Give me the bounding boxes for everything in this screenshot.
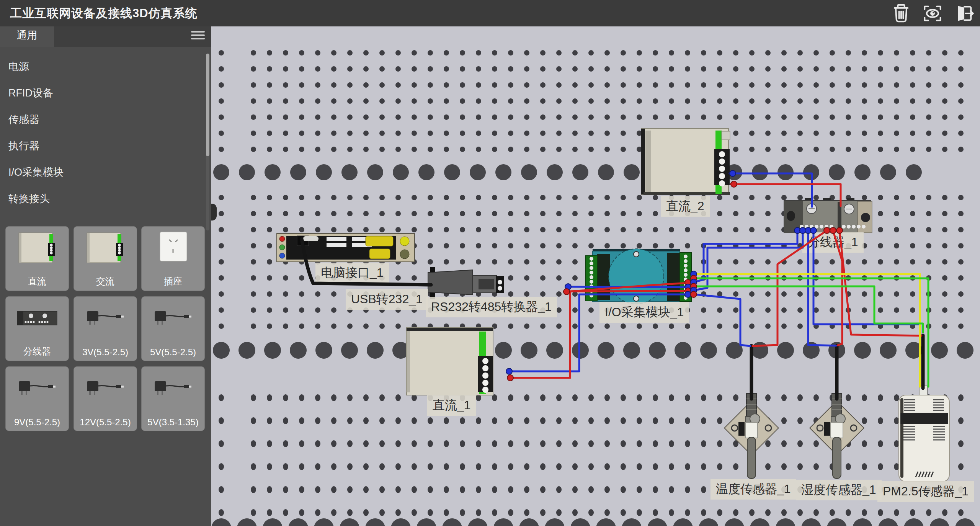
sidebar-item-6[interactable]: 转换接头 [0, 186, 203, 212]
palette-item-8[interactable]: 12V(5.5-2.5) [74, 366, 137, 431]
device-pm25-sensor-1[interactable] [899, 386, 949, 482]
adapter-thumbnail-icon [14, 370, 60, 408]
exit-button[interactable] [953, 3, 975, 24]
adapter-thumbnail-icon [82, 370, 128, 408]
device-pc-port-1[interactable] [277, 234, 415, 262]
device-usb232-1[interactable] [428, 267, 504, 299]
adapter-thumbnail-icon [150, 300, 196, 338]
sidebar-collapse-handle[interactable] [211, 204, 217, 221]
app-title: 工业互联网设备及接线3D仿真系统 [10, 5, 198, 21]
device-hum-sensor-1[interactable] [810, 394, 864, 479]
sidebar-item-1[interactable]: 电源 [0, 54, 203, 80]
palette-item-2[interactable]: 交流 [74, 226, 137, 291]
palette-item-label: 5V(3.5-1.35) [142, 417, 204, 428]
device-dc-1[interactable] [407, 328, 493, 395]
palette-item-4[interactable]: 分线器 [5, 296, 69, 361]
palette-item-7[interactable]: 9V(5.5-2.5) [5, 366, 69, 431]
exit-door-icon [954, 3, 974, 23]
app-window: 直流_2电脑接口_1USB转232_1RS232转485转换器_1I/O采集模块… [0, 0, 980, 526]
eye-focus-icon [923, 3, 942, 23]
device-splitter-1[interactable] [784, 198, 872, 233]
palette-item-label: 分线器 [6, 345, 69, 358]
palette-item-6[interactable]: 5V(5.5-2.5) [141, 296, 205, 361]
palette-item-label: 5V(5.5-2.5) [142, 347, 204, 358]
palette-item-label: 9V(5.5-2.5) [6, 417, 69, 428]
sidebar-item-4[interactable]: 执行器 [0, 133, 203, 159]
palette-item-1[interactable]: 直流 [5, 226, 69, 291]
title-bar: 工业互联网设备及接线3D仿真系统 [0, 0, 980, 26]
palette-item-3[interactable]: 插座 [141, 226, 205, 291]
adapter-thumbnail-icon [82, 300, 128, 338]
sidebar-header: 通用 [0, 24, 211, 47]
palette-item-label: 3V(5.5-2.5) [74, 347, 137, 358]
adapter-thumbnail-icon [150, 370, 196, 408]
trash-icon [891, 3, 911, 23]
view-button[interactable] [922, 3, 943, 24]
tab-general[interactable]: 通用 [0, 24, 54, 47]
hamburger-menu-icon[interactable] [191, 29, 206, 41]
sidebar: 通用 电源RFID设备传感器执行器I/O采集模块转换接头 直流交流插座分线器3V… [0, 24, 211, 526]
dc-thumbnail-icon [82, 230, 128, 268]
palette-item-label: 12V(5.5-2.5) [74, 417, 137, 428]
dc-thumbnail-icon [14, 230, 60, 268]
palette-item-9[interactable]: 5V(3.5-1.35) [141, 366, 205, 431]
palette-item-label: 直流 [6, 275, 69, 288]
menu-scrollbar-thumb[interactable] [206, 54, 209, 156]
device-dc-2[interactable] [641, 129, 730, 195]
delete-button[interactable] [890, 3, 912, 24]
sidebar-item-3[interactable]: 传感器 [0, 106, 203, 133]
device-io-module-1[interactable] [586, 249, 691, 304]
palette-item-label: 插座 [142, 275, 204, 288]
palette-item-5[interactable]: 3V(5.5-2.5) [74, 296, 137, 361]
splitter-thumbnail-icon [14, 300, 60, 338]
palette-item-label: 交流 [74, 275, 137, 288]
device-temp-sensor-1[interactable] [724, 394, 778, 479]
sidebar-item-5[interactable]: I/O采集模块 [0, 159, 203, 186]
sidebar-item-2[interactable]: RFID设备 [0, 80, 203, 106]
socket-thumbnail-icon [150, 230, 196, 268]
category-menu: 电源RFID设备传感器执行器I/O采集模块转换接头 [0, 54, 203, 212]
